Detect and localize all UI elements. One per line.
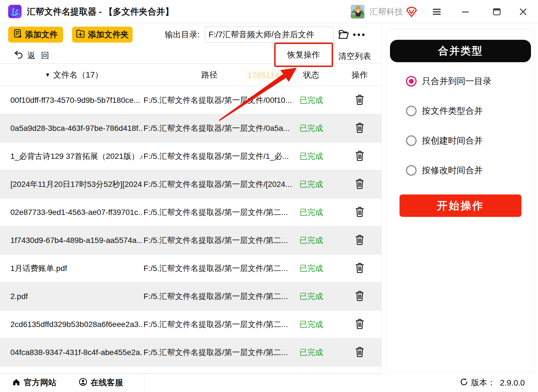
radio-icon[interactable]: [406, 135, 417, 146]
radio-icon[interactable]: [406, 76, 417, 87]
status-badge: 已完成: [299, 310, 323, 338]
merge-option[interactable]: 按创建时间合并: [406, 135, 534, 146]
table-row: 04fca838-9347-431f-8c4f-abe455e2a... F:/…: [0, 338, 381, 367]
merge-panel: 合并类型 只合并到同一目录 按文件类型合并 按创建时间合并 按修改时间合并 开始…: [387, 29, 534, 372]
official-site-link[interactable]: 官方网站: [12, 374, 56, 392]
add-folder-button[interactable]: 添加文件夹: [72, 27, 133, 43]
trash-icon: [355, 354, 364, 358]
watermark: 17651148: [244, 70, 287, 81]
customer-service-icon: [79, 378, 87, 388]
file-path: F:/5.汇帮文件名提取器/第一层文件/00f10...: [144, 86, 292, 114]
back-button[interactable]: 返回: [14, 50, 55, 61]
file-name: 0a5a9d28-3bca-463f-97be-786d418f...: [10, 114, 142, 142]
merge-option[interactable]: 按修改时间合并: [406, 165, 534, 176]
status-badge: 已完成: [299, 114, 323, 142]
trash-icon: [355, 270, 364, 274]
delete-row-button[interactable]: [354, 150, 365, 163]
trash-icon: [355, 102, 364, 106]
status-badge: 已完成: [299, 254, 323, 282]
status-badge: 已完成: [299, 86, 323, 114]
divider: [381, 24, 382, 374]
app-logo-icon: [8, 4, 22, 18]
table-row: 2cd6135dffd329b53b028a6f6eee2a3... F:/5.…: [0, 310, 381, 338]
column-status: 状态: [303, 64, 319, 86]
file-path: F:/5.汇帮文件名提取器/第一层文件/第二...: [144, 338, 288, 367]
window-title: 汇帮文件名提取器 - 【多文件夹合并】: [27, 0, 174, 23]
official-site-label: 官方网站: [24, 377, 56, 388]
table-row: 1月话费账单.pdf F:/5.汇帮文件名提取器/第一层文件/第二... 已完成: [0, 254, 381, 282]
trash-icon: [355, 214, 364, 218]
radio-icon[interactable]: [406, 106, 417, 116]
file-path: F:/5.汇帮文件名提取器/第一层文件/第二...: [144, 226, 288, 254]
maximize-button[interactable]: [488, 0, 505, 23]
merge-option[interactable]: 按文件类型合并: [406, 105, 534, 117]
status-badge: 已完成: [299, 142, 323, 170]
delete-row-button[interactable]: [354, 206, 365, 219]
file-path: F:/5.汇帮文件名提取器/第一层文件/[2024...: [144, 170, 292, 198]
output-dir-label: 输出目录:: [165, 27, 200, 43]
status-badge: 已完成: [299, 338, 323, 367]
file-table-body: 00f10dff-ff73-4570-9d9b-5b7f180ce... F:/…: [0, 86, 381, 374]
add-file-button[interactable]: 添加文件: [8, 27, 63, 43]
file-path: F:/5.汇帮文件名提取器/第一层文件/第二...: [144, 310, 288, 338]
file-name: 00f10dff-ff73-4570-9d9b-5b7f180ce...: [10, 86, 140, 114]
brand-name: 汇帮科技: [370, 0, 403, 23]
table-row: [2024年11月20日17时53分52秒][2024... F:/5.汇帮文件…: [0, 170, 381, 198]
delete-row-button[interactable]: [354, 122, 365, 134]
minimize-button[interactable]: [457, 0, 474, 23]
table-row: 1_必背古诗129 37首拓展（2021版）.d... F:/5.汇帮文件名提取…: [0, 142, 381, 170]
merge-option-label: 按文件类型合并: [422, 105, 483, 117]
merge-type-title: 合并类型: [390, 40, 531, 62]
file-path: F:/5.汇帮文件名提取器/第一层文件/第二...: [144, 198, 288, 226]
delete-row-button[interactable]: [354, 234, 365, 247]
status-badge: 已完成: [299, 170, 323, 198]
footer: 官方网站 在线客服 版本： 2.9.0.0: [0, 374, 538, 392]
delete-row-button[interactable]: [354, 178, 365, 191]
file-name: 02e87733-9ed1-4563-ae07-ff39701c...: [10, 198, 142, 226]
user-avatar[interactable]: [351, 5, 364, 18]
add-file-label: 添加文件: [25, 29, 58, 40]
version-info: 版本： 2.9.0.0: [460, 374, 525, 392]
trash-icon: [355, 130, 364, 134]
version-label: 版本：: [471, 377, 495, 388]
merge-option-label: 按创建时间合并: [422, 135, 483, 147]
output-dir-input[interactable]: [205, 27, 334, 43]
close-button[interactable]: [515, 0, 532, 23]
titlebar: 汇帮文件名提取器 - 【多文件夹合并】 汇帮科技: [0, 0, 538, 23]
column-path: 路径: [201, 64, 218, 86]
sort-desc-icon: ▼: [45, 64, 50, 86]
start-operation-button[interactable]: 开始操作: [400, 194, 521, 217]
trash-icon: [355, 242, 364, 246]
online-support-link[interactable]: 在线客服: [79, 374, 123, 392]
trash-icon: [355, 158, 364, 162]
online-support-label: 在线客服: [91, 377, 123, 388]
delete-row-button[interactable]: [354, 318, 365, 331]
trash-icon: [355, 326, 364, 330]
table-row: 0a5a9d28-3bca-463f-97be-786d418f... F:/5…: [0, 114, 381, 142]
refresh-icon[interactable]: [460, 378, 468, 388]
clear-list-button[interactable]: 清空列表: [338, 51, 371, 61]
merge-option-label: 只合并到同一目录: [422, 75, 491, 87]
table-row: 2.pdf F:/5.汇帮文件名提取器/第一层文件/第二... 已完成: [0, 282, 381, 310]
menu-button[interactable]: [428, 0, 445, 23]
back-label: 返回: [27, 50, 55, 61]
browse-folder-button[interactable]: [338, 29, 349, 40]
add-folder-label: 添加文件夹: [88, 29, 129, 40]
file-name: 2.pdf: [10, 282, 28, 310]
highlight-box: 恢复操作: [274, 43, 333, 67]
divider: [144, 374, 144, 392]
delete-row-button[interactable]: [354, 262, 365, 275]
column-action: 操作: [352, 64, 368, 86]
restore-operation-button[interactable]: 恢复操作: [287, 49, 320, 61]
table-header: ▼ 文件名（17） 路径 状态 操作: [0, 64, 381, 86]
delete-row-button[interactable]: [354, 94, 365, 106]
file-name: 04fca838-9347-431f-8c4f-abe455e2a...: [10, 338, 142, 367]
merge-option[interactable]: 只合并到同一目录: [406, 76, 534, 87]
vip-badge-icon[interactable]: [406, 6, 417, 17]
column-filename[interactable]: ▼ 文件名（17）: [45, 64, 103, 86]
delete-row-button[interactable]: [354, 346, 365, 359]
radio-icon[interactable]: [406, 165, 417, 176]
delete-row-button[interactable]: [354, 290, 365, 303]
status-badge: 已完成: [299, 198, 323, 226]
more-options-button[interactable]: [352, 31, 366, 38]
